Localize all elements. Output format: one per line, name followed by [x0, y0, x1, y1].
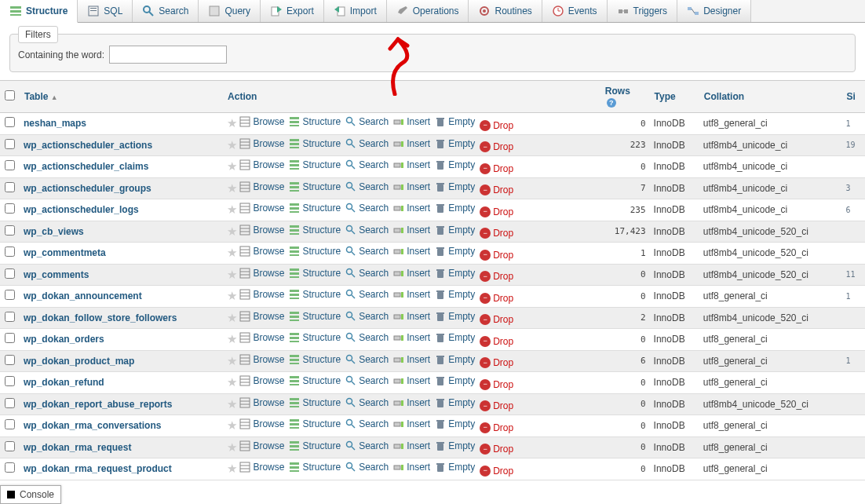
row-checkbox[interactable]: [5, 376, 15, 386]
favorite-star-icon[interactable]: ★: [227, 181, 237, 195]
empty-link[interactable]: Empty: [435, 462, 475, 473]
table-name-link[interactable]: wp_dokan_rma_request: [24, 442, 131, 453]
table-name-link[interactable]: wp_dokan_orders: [24, 334, 104, 345]
empty-link[interactable]: Empty: [435, 375, 475, 386]
empty-link[interactable]: Empty: [435, 311, 475, 322]
tab-routines[interactable]: Routines: [469, 0, 542, 22]
browse-link[interactable]: Browse: [239, 138, 284, 149]
tab-events[interactable]: Events: [542, 0, 608, 22]
structure-link[interactable]: Structure: [289, 203, 341, 214]
insert-link[interactable]: Insert: [393, 418, 430, 429]
col-size[interactable]: Si: [842, 81, 866, 113]
browse-link[interactable]: Browse: [239, 332, 284, 343]
drop-link[interactable]: − Drop: [480, 379, 513, 390]
row-checkbox[interactable]: [5, 139, 15, 149]
row-checkbox[interactable]: [5, 312, 15, 322]
search-link[interactable]: Search: [345, 181, 389, 192]
favorite-star-icon[interactable]: ★: [227, 203, 237, 216]
search-link[interactable]: Search: [345, 138, 389, 149]
empty-link[interactable]: Empty: [435, 225, 475, 236]
structure-link[interactable]: Structure: [289, 268, 341, 279]
select-all-checkbox[interactable]: [5, 90, 15, 100]
row-checkbox[interactable]: [5, 247, 15, 257]
favorite-star-icon[interactable]: ★: [227, 246, 237, 259]
table-name-link[interactable]: wp_dokan_announcement: [24, 290, 142, 301]
row-checkbox[interactable]: [5, 268, 15, 279]
favorite-star-icon[interactable]: ★: [227, 289, 237, 302]
insert-link[interactable]: Insert: [393, 375, 430, 386]
drop-link[interactable]: − Drop: [480, 314, 513, 325]
drop-link[interactable]: − Drop: [480, 250, 513, 261]
structure-link[interactable]: Structure: [289, 462, 341, 473]
empty-link[interactable]: Empty: [435, 440, 475, 451]
table-name-link[interactable]: wp_actionscheduler_logs: [24, 204, 139, 215]
insert-link[interactable]: Insert: [393, 159, 430, 170]
filter-input[interactable]: [109, 46, 227, 64]
tab-triggers[interactable]: Triggers: [608, 0, 678, 22]
drop-link[interactable]: − Drop: [480, 422, 513, 433]
insert-link[interactable]: Insert: [393, 462, 430, 473]
favorite-star-icon[interactable]: ★: [227, 397, 237, 411]
empty-link[interactable]: Empty: [435, 289, 475, 300]
structure-link[interactable]: Structure: [289, 440, 341, 451]
search-link[interactable]: Search: [345, 375, 389, 386]
tab-designer[interactable]: Designer: [677, 0, 751, 22]
drop-link[interactable]: − Drop: [480, 120, 513, 131]
structure-link[interactable]: Structure: [289, 159, 341, 170]
structure-link[interactable]: Structure: [289, 397, 341, 408]
browse-link[interactable]: Browse: [239, 268, 284, 279]
favorite-star-icon[interactable]: ★: [227, 138, 237, 152]
favorite-star-icon[interactable]: ★: [227, 440, 237, 454]
tab-query[interactable]: Query: [199, 0, 261, 22]
structure-link[interactable]: Structure: [289, 225, 341, 236]
empty-link[interactable]: Empty: [435, 116, 475, 127]
row-checkbox[interactable]: [5, 441, 15, 451]
row-checkbox[interactable]: [5, 462, 15, 473]
row-checkbox[interactable]: [5, 333, 15, 343]
empty-link[interactable]: Empty: [435, 268, 475, 279]
structure-link[interactable]: Structure: [289, 138, 341, 149]
search-link[interactable]: Search: [345, 397, 389, 408]
table-name-link[interactable]: wp_cb_views: [24, 226, 84, 237]
table-name-link[interactable]: wp_comments: [24, 269, 89, 280]
drop-link[interactable]: − Drop: [480, 184, 513, 195]
search-link[interactable]: Search: [345, 203, 389, 214]
browse-link[interactable]: Browse: [239, 203, 284, 214]
structure-link[interactable]: Structure: [289, 418, 341, 429]
tab-import[interactable]: Import: [324, 0, 387, 22]
structure-link[interactable]: Structure: [289, 354, 341, 365]
empty-link[interactable]: Empty: [435, 354, 475, 365]
search-link[interactable]: Search: [345, 289, 389, 300]
tab-structure[interactable]: Structure: [0, 0, 78, 23]
empty-link[interactable]: Empty: [435, 203, 475, 214]
drop-link[interactable]: − Drop: [480, 206, 513, 217]
search-link[interactable]: Search: [345, 159, 389, 170]
insert-link[interactable]: Insert: [393, 311, 430, 322]
insert-link[interactable]: Insert: [393, 181, 430, 192]
drop-link[interactable]: − Drop: [480, 400, 513, 411]
structure-link[interactable]: Structure: [289, 332, 341, 343]
table-name-link[interactable]: wp_commentmeta: [24, 247, 106, 258]
search-link[interactable]: Search: [345, 116, 389, 127]
search-link[interactable]: Search: [345, 462, 389, 473]
insert-link[interactable]: Insert: [393, 203, 430, 214]
search-link[interactable]: Search: [345, 246, 389, 257]
drop-link[interactable]: − Drop: [480, 466, 513, 477]
insert-link[interactable]: Insert: [393, 268, 430, 279]
browse-link[interactable]: Browse: [239, 246, 284, 257]
table-name-link[interactable]: wp_actionscheduler_actions: [24, 140, 152, 151]
insert-link[interactable]: Insert: [393, 246, 430, 257]
empty-link[interactable]: Empty: [435, 181, 475, 192]
insert-link[interactable]: Insert: [393, 440, 430, 451]
favorite-star-icon[interactable]: ★: [227, 375, 237, 389]
structure-link[interactable]: Structure: [289, 116, 341, 127]
browse-link[interactable]: Browse: [239, 116, 284, 127]
favorite-star-icon[interactable]: ★: [227, 462, 237, 475]
col-rows[interactable]: Rows?: [600, 81, 650, 113]
row-checkbox[interactable]: [5, 290, 15, 300]
browse-link[interactable]: Browse: [239, 397, 284, 408]
empty-link[interactable]: Empty: [435, 332, 475, 343]
browse-link[interactable]: Browse: [239, 462, 284, 473]
browse-link[interactable]: Browse: [239, 289, 284, 300]
browse-link[interactable]: Browse: [239, 311, 284, 322]
